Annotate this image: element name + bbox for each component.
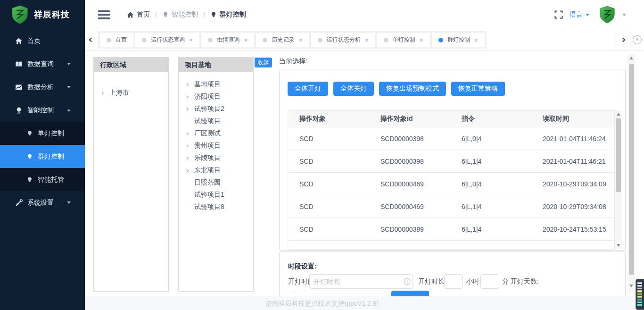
on-time-input[interactable] xyxy=(309,274,413,289)
chevron-left-icon xyxy=(89,37,94,42)
content-scrollbar[interactable] xyxy=(627,54,635,293)
tab-home[interactable]: 首页 xyxy=(100,33,133,47)
tree-item-project[interactable]: 试验项目1 xyxy=(179,189,253,201)
column-header: 操作对象 xyxy=(288,111,369,127)
close-tab-icon[interactable]: × xyxy=(189,37,193,43)
column-header: 操作对象id xyxy=(369,111,450,127)
breadcrumb-separator: / xyxy=(155,11,157,18)
all-lights-off-button[interactable]: 全体关灯 xyxy=(333,82,374,96)
book-icon xyxy=(15,60,23,68)
lamp-icon xyxy=(162,11,169,18)
tab-run-status-analysis[interactable]: 运行状态分析× xyxy=(311,33,375,47)
restore-normal-strategy-button[interactable]: 恢复正常策略 xyxy=(451,82,505,96)
sidebar-item-system-settings[interactable]: 系统设置 xyxy=(0,191,85,214)
menu-toggle-button[interactable] xyxy=(98,10,110,19)
tree-item-project[interactable]: 基地项目 xyxy=(179,78,253,91)
tree-item-project[interactable]: 厂区测试 xyxy=(179,127,253,140)
home-icon xyxy=(15,37,23,45)
current-selection-label: 当前选择: xyxy=(279,57,307,66)
meter-gray-band xyxy=(637,282,642,291)
tree-item-project[interactable]: 试验项目 xyxy=(179,115,253,127)
table-scrollbar[interactable] xyxy=(615,110,622,249)
scroll-down-icon[interactable] xyxy=(617,244,620,247)
sidebar-item-group-lamp-control[interactable]: 群灯控制 xyxy=(0,145,85,168)
tree-item-project[interactable]: 试验项目8 xyxy=(179,201,253,213)
expand-icon[interactable] xyxy=(185,107,189,110)
breadcrumb-smart-control[interactable]: 智能控制 xyxy=(162,10,198,19)
breadcrumb-separator: / xyxy=(203,11,205,18)
table-row[interactable]: SCD SCD00000398 6|L,1|4 2021-01-04T11:46… xyxy=(288,150,614,173)
expand-icon[interactable] xyxy=(185,95,189,98)
duration-minutes-input[interactable] xyxy=(480,274,499,289)
tree-item-project[interactable]: 日照茶园 xyxy=(179,176,253,189)
tab-insect-query[interactable]: 虫情查询× xyxy=(201,33,254,47)
days-input[interactable] xyxy=(293,291,385,296)
tab-run-status-query[interactable]: 运行状态查询× xyxy=(135,33,199,47)
tab-single-lamp-control[interactable]: 单灯控制× xyxy=(377,33,430,47)
tab-dot-icon xyxy=(438,38,443,42)
chevron-down-icon xyxy=(67,63,71,65)
close-tab-icon[interactable]: × xyxy=(420,37,423,43)
scroll-up-icon[interactable] xyxy=(617,113,620,116)
lamp-icon xyxy=(210,11,217,18)
tab-history[interactable]: 历史记录× xyxy=(256,33,309,47)
table-row[interactable]: SCD SCD00000469 6|L,0|4 2020-10-29T09:34… xyxy=(288,173,614,195)
sidebar-item-smart-hosting[interactable]: 智能托管 xyxy=(0,168,85,191)
sidebar-item-smart-control[interactable]: 智能控制 xyxy=(0,99,85,122)
fullscreen-icon[interactable] xyxy=(554,10,563,19)
collapse-panels-button[interactable]: 收起 xyxy=(255,58,272,67)
top-header: 首页 / 智能控制 / 群灯控制 语言 xyxy=(85,0,644,29)
brand-shield-icon xyxy=(11,5,28,24)
expand-icon[interactable] xyxy=(185,144,189,147)
language-selector[interactable]: 语言 xyxy=(570,10,589,19)
duration-label: 开灯时长: xyxy=(418,274,446,289)
scroll-down-icon[interactable] xyxy=(629,285,633,287)
tree-item-project[interactable]: 济阳项目 xyxy=(179,91,253,103)
breadcrumb-home[interactable]: 首页 xyxy=(127,10,150,19)
scroll-up-icon[interactable] xyxy=(629,57,633,59)
table-row[interactable]: SCD SCD00000389 6|L,1|4 2020-10-24T15:53… xyxy=(288,218,614,241)
restore-factory-preset-button[interactable]: 恢复出场预制模式 xyxy=(379,82,446,96)
submit-button[interactable] xyxy=(391,291,429,296)
tree-item-project[interactable]: 试验项目2 xyxy=(179,103,253,115)
sidebar-item-data-analysis[interactable]: 数据分析 xyxy=(0,75,85,99)
control-buttons: 全体开灯 全体关灯 恢复出场预制模式 恢复正常策略 xyxy=(288,82,505,96)
tree-item-shanghai[interactable]: 上海市 xyxy=(94,87,168,99)
sidebar-item-data-query[interactable]: 数据查询 xyxy=(0,52,85,75)
close-tab-icon[interactable]: × xyxy=(365,37,369,43)
scrollbar-thumb[interactable] xyxy=(629,64,634,275)
expand-icon[interactable] xyxy=(185,168,189,172)
app-logo: 祥辰科技 xyxy=(0,0,85,29)
tabs-scroll-left-button[interactable] xyxy=(85,29,98,50)
region-panel-title: 行政区域 xyxy=(94,58,168,72)
table-row[interactable]: SCD SCD00000398 6|L,0|4 2021-01-04T11:46… xyxy=(288,127,614,150)
sidebar-item-single-lamp-control[interactable]: 单灯控制 xyxy=(0,122,85,145)
expand-icon[interactable] xyxy=(185,83,189,86)
close-tab-icon[interactable]: × xyxy=(298,37,302,43)
tree-item-project[interactable]: 东北项目 xyxy=(179,164,253,176)
duration-hours-input[interactable] xyxy=(444,274,463,289)
scrollbar-thumb[interactable] xyxy=(616,118,621,192)
tabs-scroll-right-button[interactable] xyxy=(616,29,630,50)
close-tab-icon[interactable]: × xyxy=(244,37,248,43)
expand-icon[interactable] xyxy=(100,91,104,94)
tab-group-lamp-control[interactable]: 群灯控制× xyxy=(432,33,485,47)
table-row[interactable]: SCD SCD00000469 6|L,1|4 2020-10-29T09:34… xyxy=(288,195,614,218)
expand-icon[interactable] xyxy=(185,132,189,135)
sidebar-item-label: 单灯控制 xyxy=(38,129,64,138)
tree-item-project[interactable]: 乐陵项目 xyxy=(179,152,253,164)
header-tools: 语言 xyxy=(554,6,644,24)
tree-item-project[interactable]: 贵州项目 xyxy=(179,140,253,152)
close-tab-icon[interactable]: × xyxy=(474,37,478,43)
close-all-tabs-button[interactable]: × xyxy=(630,29,644,50)
expand-icon[interactable] xyxy=(185,156,189,159)
clock-icon xyxy=(404,278,411,285)
caret-down-icon[interactable] xyxy=(622,14,626,16)
tab-dot-icon xyxy=(107,38,111,42)
chart-icon xyxy=(15,84,23,91)
avatar[interactable] xyxy=(599,6,616,24)
sidebar-item-home[interactable]: 首页 xyxy=(0,29,85,52)
lamp-icon xyxy=(26,176,33,183)
all-lights-on-button[interactable]: 全体开灯 xyxy=(288,82,328,96)
chevron-down-icon xyxy=(67,86,71,88)
